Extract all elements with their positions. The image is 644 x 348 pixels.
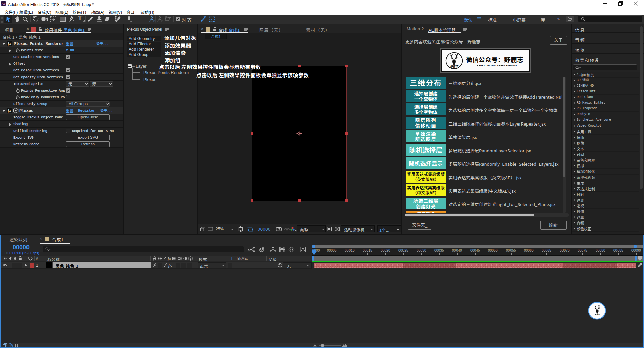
svg-text:野鹿志: 野鹿志 <box>450 64 459 68</box>
svg-text:野鹿志: 野鹿志 <box>595 313 600 316</box>
